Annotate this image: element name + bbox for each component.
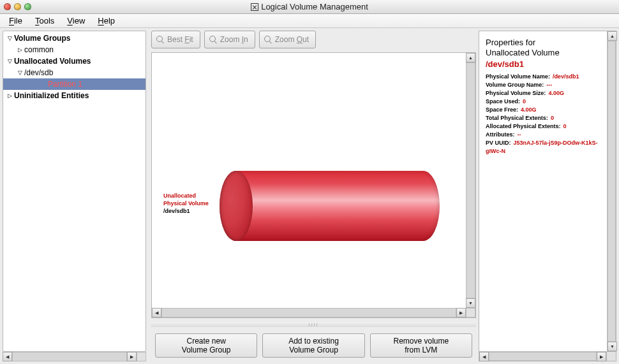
menu-bar: File Tools View Help <box>0 14 619 28</box>
scroll-track[interactable] <box>12 352 127 361</box>
title-bar: Logical Volume Management <box>0 0 619 14</box>
menu-tools[interactable]: Tools <box>30 15 59 26</box>
pv-cylinder-cap <box>220 171 253 241</box>
zoom-in-button[interactable]: Zoom In <box>204 31 255 48</box>
x11-icon <box>251 3 258 11</box>
prop-pvsize: Physical Volume Size:4.00G <box>486 89 602 98</box>
scroll-left-button[interactable]: ◀ <box>479 352 489 361</box>
menu-file[interactable]: File <box>4 15 27 26</box>
tree-view[interactable]: ▽Volume Groups ▷common ▽Unallocated Volu… <box>3 31 146 352</box>
action-bar: Create new Volume Group Add to existing … <box>151 331 476 361</box>
zoom-window-button[interactable] <box>24 3 31 10</box>
center-pane: Best Fit Zoom In Zoom Out Unallocated Ph… <box>149 28 479 364</box>
scroll-corner <box>607 352 616 361</box>
create-vg-button[interactable]: Create new Volume Group <box>155 333 257 358</box>
scroll-left-button[interactable]: ◀ <box>152 308 161 317</box>
properties-pane: Properties forUnallocated Volume /dev/sd… <box>479 28 619 364</box>
scroll-left-button[interactable]: ◀ <box>3 352 12 361</box>
scroll-track[interactable] <box>608 41 616 342</box>
scroll-track[interactable] <box>466 62 475 298</box>
canvas-frame: Unallocated Physical Volume /dev/sdb1 ▲ … <box>151 52 476 318</box>
scroll-up-button[interactable]: ▲ <box>466 53 475 62</box>
properties-body: Properties forUnallocated Volume /dev/sd… <box>479 31 607 352</box>
scroll-right-button[interactable]: ▶ <box>127 352 137 361</box>
window-title-text: Logical Volume Management <box>261 2 368 11</box>
scroll-track[interactable] <box>161 308 456 317</box>
window-controls <box>4 3 31 10</box>
scroll-corner <box>137 352 146 361</box>
prop-pvname: Physical Volume Name:/dev/sdb1 <box>486 73 602 81</box>
scroll-corner <box>466 308 475 317</box>
prop-used: Space Used:0 <box>486 98 602 106</box>
pv-label: Unallocated Physical Volume /dev/sdb1 <box>163 192 209 215</box>
scroll-right-button[interactable]: ▶ <box>456 308 466 317</box>
close-window-button[interactable] <box>4 3 11 10</box>
tree-uninitialized-entities[interactable]: ▷Uninitialized Entities <box>3 90 145 101</box>
scroll-right-button[interactable]: ▶ <box>597 352 606 361</box>
add-to-vg-button[interactable]: Add to existing Volume Group <box>262 333 364 358</box>
scroll-down-button[interactable]: ▼ <box>466 298 475 308</box>
pane-resize-grip[interactable]: //// <box>151 322 476 327</box>
tree-hscroll[interactable]: ◀ ▶ <box>3 352 146 361</box>
properties-vscroll[interactable]: ▲ ▼ <box>607 31 616 352</box>
minimize-window-button[interactable] <box>14 3 21 10</box>
tree-volume-groups[interactable]: ▽Volume Groups <box>3 33 145 44</box>
properties-title: Properties forUnallocated Volume <box>486 38 602 58</box>
prop-vgname: Volume Group Name:--- <box>486 81 602 89</box>
volume-canvas[interactable]: Unallocated Physical Volume /dev/sdb1 <box>152 53 466 308</box>
tree-item-common[interactable]: ▷common <box>3 44 145 55</box>
tree-partition-1[interactable]: Partition 1 <box>3 78 145 90</box>
window-title: Logical Volume Management <box>0 2 619 11</box>
tree-unallocated-volumes[interactable]: ▽Unallocated Volumes <box>3 55 145 67</box>
scroll-down-button[interactable]: ▼ <box>608 342 617 351</box>
properties-hscroll[interactable]: ◀ ▶ <box>479 352 607 361</box>
prop-tpe: Total Physical Extents:0 <box>486 114 602 122</box>
remove-from-lvm-button[interactable]: Remove volume from LVM <box>370 333 472 358</box>
prop-uuid: PV UUID:J53nAJ-57la-jS9p-DOdw-K1kS-gIWc-… <box>486 139 602 156</box>
tree-pane: ▽Volume Groups ▷common ▽Unallocated Volu… <box>0 28 149 364</box>
canvas-vscroll[interactable]: ▲ ▼ <box>466 53 475 308</box>
magnifier-icon <box>156 35 165 44</box>
magnifier-minus-icon <box>264 35 272 44</box>
best-fit-button[interactable]: Best Fit <box>151 31 200 48</box>
magnifier-plus-icon <box>209 35 218 44</box>
zoom-out-button[interactable]: Zoom Out <box>259 31 316 48</box>
menu-view[interactable]: View <box>62 15 90 26</box>
prop-ape: Allocated Physical Extents:0 <box>486 122 602 131</box>
tree-dev-sdb[interactable]: ▽/dev/sdb <box>3 67 145 78</box>
canvas-hscroll[interactable]: ◀ ▶ <box>152 308 466 317</box>
scroll-track[interactable] <box>489 352 597 361</box>
menu-help[interactable]: Help <box>93 15 120 26</box>
properties-device: /dev/sdb1 <box>486 59 602 69</box>
prop-free: Space Free:4.00G <box>486 106 602 114</box>
prop-attr: Attributes:-- <box>486 131 602 139</box>
scroll-up-button[interactable]: ▲ <box>608 31 617 41</box>
zoom-toolbar: Best Fit Zoom In Zoom Out <box>151 31 476 48</box>
